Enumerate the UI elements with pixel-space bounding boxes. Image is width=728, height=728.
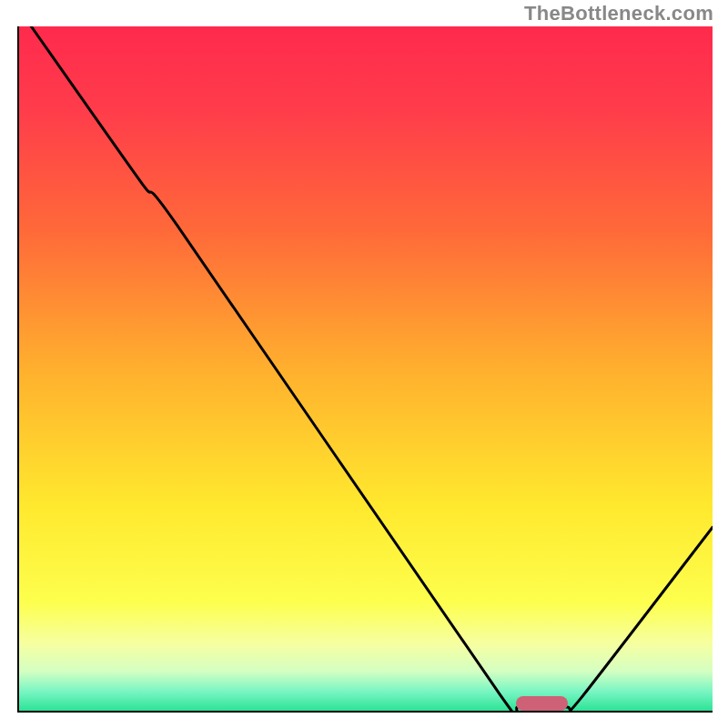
axes-and-curve (17, 26, 713, 713)
bottleneck-curve (31, 26, 713, 713)
chart-viewport: TheBottleneck.com (0, 0, 728, 728)
optimal-region-marker (516, 696, 568, 712)
plot-area (17, 26, 713, 713)
attribution-text: TheBottleneck.com (524, 2, 713, 25)
